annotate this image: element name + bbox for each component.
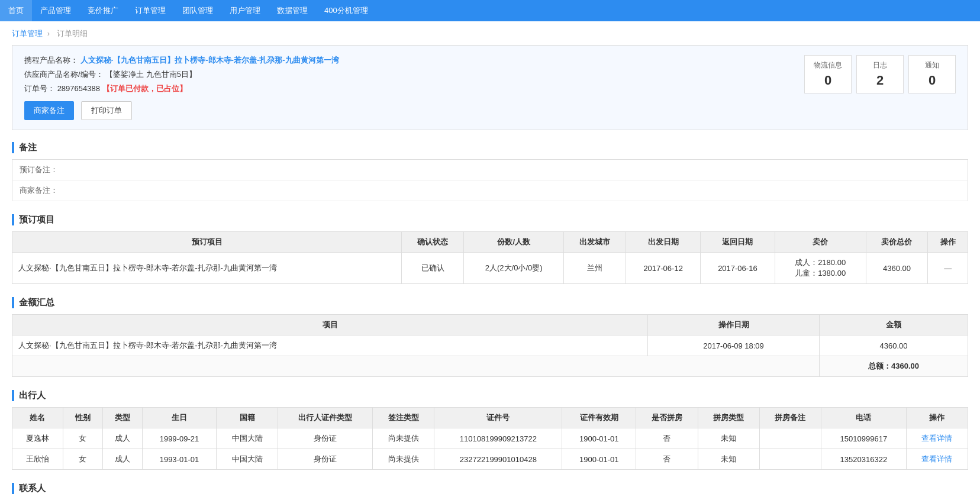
traveler-2-room-type: 未知 bbox=[698, 449, 759, 470]
amount-total-num: 4360.00 bbox=[891, 362, 919, 370]
row-total: 4360.00 bbox=[866, 253, 928, 284]
amount-total-value: 总额：4360.00 bbox=[820, 356, 968, 377]
breadcrumb: 订单管理 › 订单明细 bbox=[0, 21, 980, 45]
th-return: 返回日期 bbox=[701, 232, 775, 253]
merchant-remark-value bbox=[65, 180, 968, 201]
table-row: 夏逸林 女 成人 1999-09-21 中国大陆 身份证 尚未提供 110108… bbox=[12, 428, 968, 449]
th-nationality: 国籍 bbox=[216, 408, 278, 428]
traveler-1-id-expire: 1900-01-01 bbox=[562, 428, 636, 449]
log-label: 日志 bbox=[859, 60, 901, 70]
remark-title: 备注 bbox=[12, 142, 968, 153]
price-adult: 成人：2180.00 bbox=[781, 257, 860, 268]
logistics-label: 物流信息 bbox=[807, 60, 849, 70]
th-room-type: 拼房类型 bbox=[698, 408, 759, 428]
th-count: 份数/人数 bbox=[464, 232, 564, 253]
pre-order-table: 预订项目 确认状态 份数/人数 出发城市 出发日期 返回日期 卖价 卖价总价 操… bbox=[12, 231, 968, 284]
amount-header: 项目 操作日期 金额 bbox=[12, 315, 968, 336]
pre-order-remark-row: 预订备注： bbox=[12, 160, 968, 180]
order-no-label: 订单号： bbox=[24, 84, 55, 93]
th-op: 操作 bbox=[928, 232, 968, 253]
travelers-table: 姓名 性别 类型 生日 国籍 出行人证件类型 签注类型 证件号 证件有效期 是否… bbox=[12, 407, 968, 470]
merchant-remark-button[interactable]: 商家备注 bbox=[24, 101, 74, 120]
order-status: 【订单已付款，已占位】 bbox=[102, 84, 187, 93]
nav-data[interactable]: 数据管理 bbox=[269, 0, 316, 21]
traveler-1-gender: 女 bbox=[63, 428, 102, 449]
amount-total-row: 总额：4360.00 bbox=[12, 356, 968, 377]
merchant-remark-label: 商家备注： bbox=[12, 180, 66, 201]
th-depart: 出发日期 bbox=[626, 232, 701, 253]
traveler-1-detail-link[interactable]: 查看详情 bbox=[921, 434, 952, 443]
traveler-1-type: 成人 bbox=[102, 428, 142, 449]
row-city: 兰州 bbox=[564, 253, 626, 284]
pre-order-title: 预订项目 bbox=[12, 214, 968, 225]
order-action-buttons: 商家备注 打印订单 bbox=[24, 101, 956, 120]
traveler-2-op[interactable]: 查看详情 bbox=[906, 449, 968, 470]
logistics-num: 0 bbox=[807, 73, 849, 88]
price-child: 儿童：1380.00 bbox=[781, 268, 860, 279]
th-price: 卖价 bbox=[775, 232, 866, 253]
log-badge[interactable]: 日志 2 bbox=[856, 55, 904, 93]
nav-user[interactable]: 用户管理 bbox=[221, 0, 269, 21]
row-depart: 2017-06-12 bbox=[626, 253, 701, 284]
traveler-2-room-remark bbox=[759, 449, 821, 470]
traveler-1-phone: 15010999617 bbox=[821, 428, 907, 449]
row-count: 2人(2大/0小/0婴) bbox=[464, 253, 564, 284]
row-price: 成人：2180.00 儿童：1380.00 bbox=[775, 253, 866, 284]
log-num: 2 bbox=[859, 73, 901, 88]
traveler-1-room-remark bbox=[759, 428, 821, 449]
travelers-title: 出行人 bbox=[12, 390, 968, 401]
traveler-2-type: 成人 bbox=[102, 449, 142, 470]
breadcrumb-parent[interactable]: 订单管理 bbox=[12, 29, 43, 38]
remark-section: 备注 预订备注： 商家备注： bbox=[12, 142, 968, 201]
traveler-2-detail-link[interactable]: 查看详情 bbox=[921, 454, 952, 463]
traveler-2-id-expire: 1900-01-01 bbox=[562, 449, 636, 470]
traveler-2-visa: 尚未提供 bbox=[373, 449, 434, 470]
th-gender: 性别 bbox=[63, 408, 102, 428]
th-op: 操作 bbox=[906, 408, 968, 428]
print-order-button[interactable]: 打印订单 bbox=[81, 101, 132, 120]
traveler-1-op[interactable]: 查看详情 bbox=[906, 428, 968, 449]
travelers-header: 姓名 性别 类型 生日 国籍 出行人证件类型 签注类型 证件号 证件有效期 是否… bbox=[12, 408, 968, 428]
th-project: 预订项目 bbox=[12, 232, 402, 253]
order-no: 2897654388 bbox=[57, 84, 100, 93]
th-name: 姓名 bbox=[12, 408, 63, 428]
th-id-expire: 证件有效期 bbox=[562, 408, 636, 428]
traveler-2-nationality: 中国大陆 bbox=[216, 449, 278, 470]
notice-badge[interactable]: 通知 0 bbox=[908, 55, 956, 93]
th-type: 类型 bbox=[102, 408, 142, 428]
th-amount-date: 操作日期 bbox=[648, 315, 820, 336]
traveler-2-gender: 女 bbox=[63, 449, 102, 470]
contact-title: 联系人 bbox=[12, 483, 968, 494]
traveler-2-share-room: 否 bbox=[636, 449, 698, 470]
nav-product[interactable]: 产品管理 bbox=[32, 0, 79, 21]
travelers-section: 出行人 姓名 性别 类型 生日 国籍 出行人证件类型 签注类型 证件号 证件有效… bbox=[12, 390, 968, 470]
nav-home[interactable]: 首页 bbox=[0, 0, 32, 21]
amount-project: 人文探秘·【九色甘南五日】拉卜楞寺-郎木寺-若尔盖-扎尕那-九曲黄河第一湾 bbox=[12, 336, 648, 356]
nav-400[interactable]: 400分机管理 bbox=[316, 0, 376, 21]
th-total-price: 卖价总价 bbox=[866, 232, 928, 253]
table-row: 人文探秘·【九色甘南五日】拉卜楞寺-郎木寺-若尔盖-扎尕那-九曲黄河第一湾 20… bbox=[12, 336, 968, 356]
th-share-room: 是否拼房 bbox=[636, 408, 698, 428]
amount-total-label: 总额： bbox=[868, 362, 891, 370]
traveler-1-name: 夏逸林 bbox=[12, 428, 63, 449]
table-row: 王欣怡 女 成人 1993-01-01 中国大陆 身份证 尚未提供 232722… bbox=[12, 449, 968, 470]
amount-section: 金额汇总 项目 操作日期 金额 人文探秘·【九色甘南五日】拉卜楞寺-郎木寺-若尔… bbox=[12, 297, 968, 377]
th-city: 出发城市 bbox=[564, 232, 626, 253]
logistics-badge[interactable]: 物流信息 0 bbox=[804, 55, 852, 93]
amount-table: 项目 操作日期 金额 人文探秘·【九色甘南五日】拉卜楞寺-郎木寺-若尔盖-扎尕那… bbox=[12, 314, 968, 377]
pre-order-section: 预订项目 预订项目 确认状态 份数/人数 出发城市 出发日期 返回日期 卖价 卖… bbox=[12, 214, 968, 284]
nav-team[interactable]: 团队管理 bbox=[174, 0, 221, 21]
traveler-1-birthday: 1999-09-21 bbox=[142, 428, 216, 449]
table-row: 人文探秘·【九色甘南五日】拉卜楞寺-郎木寺-若尔盖-扎尕那-九曲黄河第一湾 已确… bbox=[12, 253, 968, 284]
supplier-label: 供应商产品名称/编号： bbox=[24, 70, 104, 79]
breadcrumb-separator: › bbox=[47, 29, 52, 38]
row-project: 人文探秘·【九色甘南五日】拉卜楞寺-郎木寺-若尔盖-扎尕那-九曲黄河第一湾 bbox=[12, 253, 402, 284]
platform-name: 人文探秘·【九色甘南五日】拉卜楞寺-郎木寺-若尔盖-扎尕那-九曲黄河第一湾 bbox=[80, 56, 339, 64]
order-card: 携程产品名称： 人文探秘·【九色甘南五日】拉卜楞寺-郎木寺-若尔盖-扎尕那-九曲… bbox=[12, 45, 968, 130]
pre-order-remark-label: 预订备注： bbox=[12, 160, 66, 180]
row-op: — bbox=[928, 253, 968, 284]
th-id-type: 出行人证件类型 bbox=[278, 408, 373, 428]
nav-order[interactable]: 订单管理 bbox=[127, 0, 174, 21]
th-status: 确认状态 bbox=[402, 232, 464, 253]
nav-bidding[interactable]: 竞价推广 bbox=[79, 0, 127, 21]
